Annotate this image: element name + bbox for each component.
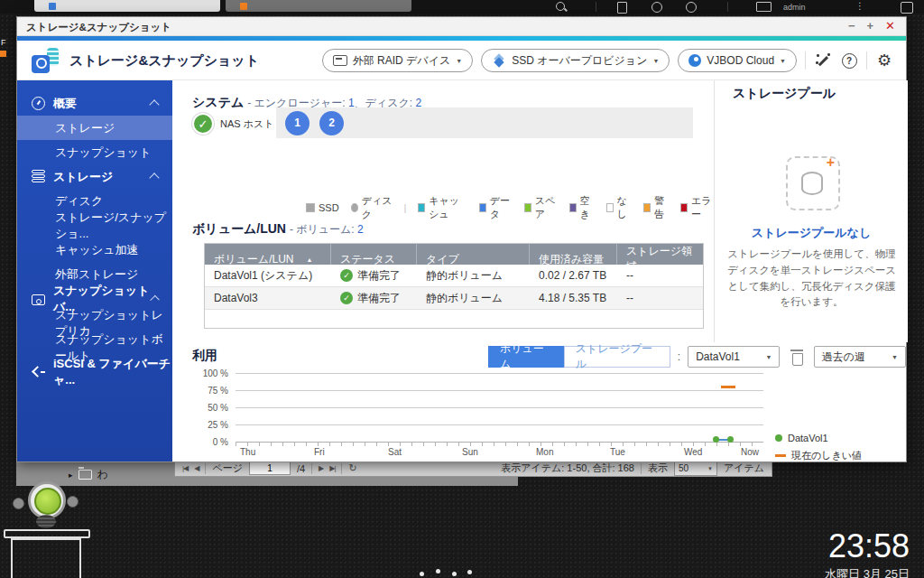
sidebar-item-storage-overview[interactable]: ストレージ — [17, 116, 172, 140]
settings-button[interactable]: ⚙ — [875, 51, 893, 70]
nas-host-label: NAS ホスト — [220, 117, 273, 131]
taskbar-app-button[interactable] — [226, 0, 411, 12]
cut-off-desktop-icon — [436, 569, 440, 573]
expand-arrow-icon[interactable]: ▸ — [69, 471, 73, 480]
data-point[interactable] — [713, 436, 719, 443]
legend-swatch — [306, 203, 315, 212]
sidebar-item-snapshot-overview[interactable]: スナップショット — [17, 140, 172, 164]
create-pool-icon[interactable]: + — [786, 156, 840, 210]
legend-item: 警告 — [643, 194, 669, 221]
threshold-dash-icon — [775, 454, 786, 457]
folder-tree-item[interactable]: ▸ わ — [69, 467, 108, 482]
sidebar-item-storage[interactable]: ストレージ — [17, 164, 172, 189]
ssd-overprovisioning-button[interactable]: SSD オーバープロビジョン ▼ — [481, 49, 670, 72]
pool-cylinder-icon — [801, 172, 823, 195]
enclosure-disk-strip: 1 2 — [276, 107, 693, 138]
divider — [341, 463, 342, 474]
usage-section: 利用 ボリューム ストレージプール : DataVol1 ▼ 過去の週 ▼ 10… — [172, 342, 906, 461]
legend-swatch — [569, 203, 577, 212]
close-button[interactable]: ✕ — [885, 19, 895, 33]
recycle-bin-icon[interactable] — [11, 538, 81, 578]
prev-page-button[interactable]: ◀ — [194, 464, 199, 472]
app-title: ストレージ&スナップショット — [69, 52, 259, 70]
recycle-bin-icon[interactable] — [4, 529, 90, 538]
table-header-row: ボリューム/LUN▲ ステータス タイプ 使用済み容量 ストレージ領域 — [205, 244, 703, 265]
disk-slot-1[interactable]: 1 — [285, 111, 310, 135]
x-tick-label: Sun — [462, 447, 478, 457]
gauge-icon — [32, 97, 45, 110]
taskbar-app-button-active[interactable] — [34, 0, 220, 12]
folder-icon — [79, 470, 92, 480]
sidebar-item-iscsi-fc[interactable]: iSCSI & ファイバーチャ... — [17, 359, 172, 384]
data-point[interactable] — [727, 436, 734, 443]
search-icon[interactable] — [556, 2, 565, 11]
divider — [596, 2, 596, 12]
toggle-pool-button[interactable]: ストレージプール — [564, 346, 670, 368]
volume-select[interactable]: DataVol1 ▼ — [688, 346, 780, 368]
divider — [805, 51, 806, 70]
monitor-icon[interactable] — [756, 2, 772, 12]
disk-slot-2[interactable]: 2 — [319, 111, 344, 135]
no-storage-pool-link[interactable]: ストレージプールなし — [715, 225, 908, 241]
page-total: /4 — [297, 463, 305, 474]
time-range-select[interactable]: 過去の週 ▼ — [814, 346, 906, 368]
desktop: F ▸ わ |◀ ◀ ページ /4 ▶ ▶| ↻ 表示アイテム: 1-50, 合… — [0, 0, 924, 578]
gear-icon: ⚙ — [877, 52, 892, 69]
cut-off-desktop-icon — [467, 570, 472, 574]
legend-swatch — [351, 203, 358, 212]
page-size-select[interactable]: 50 ▼ — [674, 461, 717, 476]
pool-panel-title: ストレージプール — [733, 86, 836, 102]
wizard-wand-button[interactable] — [814, 51, 832, 70]
storage-pool-panel: ストレージプール + ストレージプールなし ストレージプールを使用して、物理ディ… — [714, 80, 908, 342]
threshold-marker — [721, 386, 735, 388]
table-row[interactable]: DataVol1 (システム) ✓準備完了 静的ボリューム 0.02 / 2.6… — [205, 265, 703, 287]
user-label[interactable]: admin — [783, 3, 806, 12]
first-page-button[interactable]: |◀ — [182, 464, 188, 472]
sidebar-item-overview[interactable]: 概要 — [17, 91, 172, 116]
sort-asc-icon: ▲ — [306, 256, 312, 263]
robot-arm — [13, 498, 24, 509]
legend-item: キャッシュ — [418, 194, 467, 221]
delete-graph-button[interactable] — [790, 349, 803, 366]
background-window-edge-fragment — [0, 51, 6, 57]
legend-item: 空き — [569, 194, 595, 221]
chevron-down-icon: ▼ — [652, 58, 659, 64]
show-label: 表示 — [648, 461, 668, 475]
legend-item: スペア — [524, 194, 558, 221]
help-icon: ? — [842, 53, 857, 69]
window-titlebar[interactable]: ストレージ&スナップショット − + ✕ — [17, 17, 906, 36]
maximize-button[interactable]: + — [867, 19, 874, 33]
app-icon — [240, 3, 247, 10]
chevron-up-icon — [149, 172, 159, 182]
items-info: 表示アイテム: 1-50, 合計: 168 — [501, 461, 634, 475]
usage-title: 利用 — [192, 348, 217, 364]
external-raid-device-button[interactable]: 外部 RAID デバイス ▼ — [322, 49, 473, 72]
nas-host-status: ✓ NAS ホスト — [192, 113, 273, 135]
table-row[interactable]: DataVol3 ✓準備完了 静的ボリューム 4.18 / 5.35 TB -- — [205, 287, 703, 310]
vjbod-cloud-button[interactable]: VJBOD Cloud ▼ — [678, 49, 797, 72]
document-icon[interactable] — [617, 2, 627, 14]
page-number-input[interactable] — [249, 461, 291, 475]
x-tick-label: Mon — [536, 447, 553, 457]
refresh-icon[interactable]: ↻ — [348, 462, 356, 474]
gridline — [236, 373, 763, 374]
sidebar-item-storage-snapshots[interactable]: ストレージ/スナップショ... — [17, 213, 172, 238]
minimize-button[interactable]: − — [848, 19, 855, 33]
toggle-volume-button[interactable]: ボリューム — [488, 346, 564, 368]
gridline — [236, 407, 763, 408]
ssd-layers-icon — [492, 54, 506, 67]
help-button[interactable]: ? — [840, 51, 858, 70]
status-ok-icon: ✓ — [340, 269, 353, 282]
desktop-robot-widget[interactable] — [13, 481, 81, 528]
last-page-button[interactable]: ▶| — [329, 464, 335, 472]
disk-stack-icon — [32, 170, 45, 183]
more-icon[interactable]: ⋮ — [855, 1, 864, 11]
clock-icon[interactable] — [686, 2, 697, 13]
background-window-edge-label: F — [1, 38, 6, 47]
next-page-button[interactable]: ▶ — [319, 464, 323, 472]
x-axis-ticks — [236, 442, 763, 446]
activity-icon[interactable] — [651, 2, 662, 13]
legend-item: SSD — [306, 202, 339, 213]
divider — [641, 463, 642, 474]
desktop-switch-icon[interactable] — [901, 2, 913, 14]
